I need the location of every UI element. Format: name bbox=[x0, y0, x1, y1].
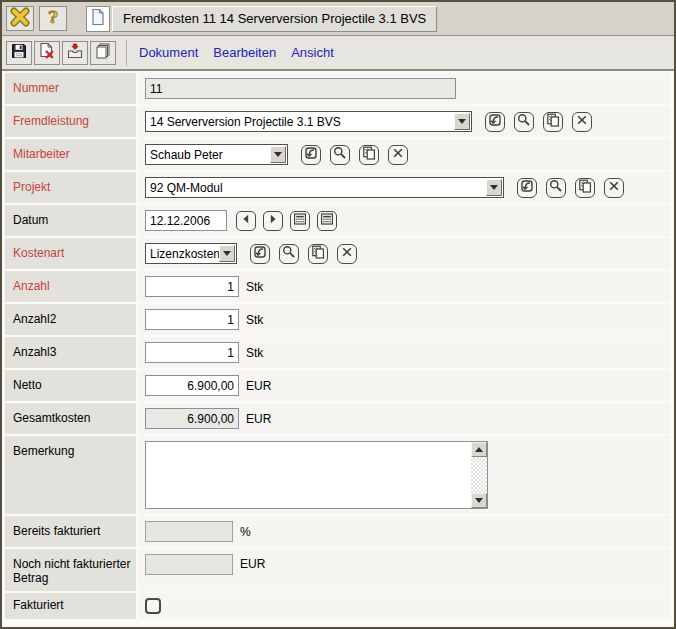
clear-button[interactable] bbox=[388, 145, 408, 165]
search-button[interactable] bbox=[279, 244, 299, 264]
prev-day-button[interactable] bbox=[236, 211, 256, 231]
clear-button[interactable] bbox=[604, 178, 624, 198]
field-label: Bemerkung bbox=[5, 436, 136, 514]
close-icon bbox=[10, 7, 30, 30]
document-type-button[interactable] bbox=[86, 6, 110, 32]
kostenart-select[interactable]: Lizenzkosten bbox=[145, 243, 237, 264]
unit-label: EUR bbox=[246, 412, 271, 426]
field-label: Datum bbox=[5, 205, 136, 236]
bereits-fakturiert-field[interactable] bbox=[145, 521, 233, 542]
bemerkung-textarea-frame bbox=[145, 441, 488, 509]
calendar-button[interactable] bbox=[290, 211, 310, 231]
mitarbeiter-select[interactable]: Schaub Peter bbox=[145, 144, 288, 165]
unit-label: EUR bbox=[246, 379, 271, 393]
fremdkosten-form: Nummer Fremdleistung 14 Serverversion Pr… bbox=[2, 71, 674, 619]
fakturiert-checkbox[interactable] bbox=[145, 598, 161, 614]
dropdown-arrow-icon bbox=[454, 113, 470, 130]
anzahl-field[interactable] bbox=[145, 276, 239, 297]
menu-dokument[interactable]: Dokument bbox=[139, 45, 198, 60]
clear-icon bbox=[606, 178, 622, 197]
toolbar: Dokument Bearbeiten Ansicht bbox=[2, 36, 674, 71]
copy-document-button[interactable] bbox=[90, 41, 116, 65]
copy-button[interactable] bbox=[543, 112, 563, 132]
datum-field[interactable] bbox=[145, 210, 227, 231]
anzahl3-field[interactable] bbox=[145, 342, 239, 363]
form-row-kostenart: Kostenart Lizenzkosten bbox=[5, 238, 670, 269]
copy-icon bbox=[310, 244, 326, 263]
calendar-icon bbox=[319, 211, 335, 230]
selected-value: 92 QM-Modul bbox=[146, 181, 486, 195]
form-row-netto: Netto EUR bbox=[5, 370, 670, 401]
clear-button[interactable] bbox=[572, 112, 592, 132]
clear-icon bbox=[339, 244, 355, 263]
next-day-icon bbox=[265, 211, 281, 230]
search-button[interactable] bbox=[330, 145, 350, 165]
form-row-anzahl3: Anzahl3 Stk bbox=[5, 337, 670, 368]
unit-label: % bbox=[240, 525, 251, 539]
help-button[interactable]: ? bbox=[39, 6, 67, 31]
field-label: Fremdleistung bbox=[5, 106, 136, 137]
archive-button[interactable] bbox=[62, 41, 88, 65]
goto-button[interactable] bbox=[301, 145, 321, 165]
calendar-today-button[interactable] bbox=[317, 211, 337, 231]
clear-icon bbox=[390, 145, 406, 164]
goto-icon bbox=[519, 178, 535, 197]
document-icon bbox=[90, 8, 106, 29]
form-row-fremdleistung: Fremdleistung 14 Serverversion Projectil… bbox=[5, 106, 670, 137]
field-label: Noch nicht fakturierter Betrag bbox=[5, 549, 136, 591]
save-button[interactable] bbox=[6, 41, 32, 65]
prev-day-icon bbox=[238, 211, 254, 230]
form-row-bemerkung: Bemerkung bbox=[5, 436, 670, 514]
form-row-fakturiert: Fakturiert bbox=[5, 593, 670, 619]
dropdown-arrow-icon bbox=[486, 179, 502, 196]
field-label: Projekt bbox=[5, 172, 136, 203]
netto-field[interactable] bbox=[145, 375, 239, 396]
projekt-select[interactable]: 92 QM-Modul bbox=[145, 177, 504, 198]
selected-value: Schaub Peter bbox=[146, 148, 270, 162]
app-window: ? Fremdkosten 11 14 Serverversion Projec… bbox=[0, 0, 676, 629]
menu-bearbeiten[interactable]: Bearbeiten bbox=[213, 45, 276, 60]
form-row-anzahl2: Anzahl2 Stk bbox=[5, 304, 670, 335]
form-row-nummer: Nummer bbox=[5, 73, 670, 104]
search-button[interactable] bbox=[514, 112, 534, 132]
scroll-up-button[interactable] bbox=[471, 442, 487, 457]
search-icon bbox=[332, 145, 348, 164]
form-row-noch-nicht-fakturiert: Noch nicht fakturierter Betrag EUR bbox=[5, 549, 670, 591]
field-label: Nummer bbox=[5, 73, 136, 104]
copy-button[interactable] bbox=[359, 145, 379, 165]
unit-label: Stk bbox=[246, 346, 263, 360]
title-bar: ? Fremdkosten 11 14 Serverversion Projec… bbox=[2, 2, 674, 36]
copy-button[interactable] bbox=[308, 244, 328, 264]
noch-nicht-fakturiert-field[interactable] bbox=[145, 554, 233, 575]
copy-button[interactable] bbox=[575, 178, 595, 198]
goto-button[interactable] bbox=[250, 244, 270, 264]
delete-button[interactable] bbox=[34, 41, 60, 65]
gesamtkosten-field[interactable] bbox=[145, 408, 239, 429]
copy-icon bbox=[361, 145, 377, 164]
clear-icon bbox=[574, 112, 590, 131]
dropdown-arrow-icon bbox=[270, 146, 286, 163]
unit-label: EUR bbox=[240, 557, 265, 571]
field-label: Bereits fakturiert bbox=[5, 516, 136, 547]
bemerkung-textarea[interactable] bbox=[146, 442, 471, 508]
copy-icon bbox=[545, 112, 561, 131]
fremdleistung-select[interactable]: 14 Serverversion Projectile 3.1 BVS bbox=[145, 111, 472, 132]
anzahl2-field[interactable] bbox=[145, 309, 239, 330]
goto-icon bbox=[487, 112, 503, 131]
page-title: Fremdkosten 11 14 Serverversion Projecti… bbox=[112, 6, 437, 32]
close-button[interactable] bbox=[6, 6, 34, 31]
field-label: Anzahl3 bbox=[5, 337, 136, 368]
search-button[interactable] bbox=[546, 178, 566, 198]
dropdown-arrow-icon bbox=[219, 245, 235, 262]
goto-button[interactable] bbox=[517, 178, 537, 198]
scroll-down-icon bbox=[475, 498, 483, 503]
nummer-field[interactable] bbox=[145, 78, 456, 99]
scroll-down-button[interactable] bbox=[471, 493, 487, 508]
menu-ansicht[interactable]: Ansicht bbox=[291, 45, 334, 60]
field-label: Kostenart bbox=[5, 238, 136, 269]
scrollbar-track[interactable] bbox=[471, 457, 487, 493]
field-label: Anzahl bbox=[5, 271, 136, 302]
next-day-button[interactable] bbox=[263, 211, 283, 231]
goto-button[interactable] bbox=[485, 112, 505, 132]
clear-button[interactable] bbox=[337, 244, 357, 264]
